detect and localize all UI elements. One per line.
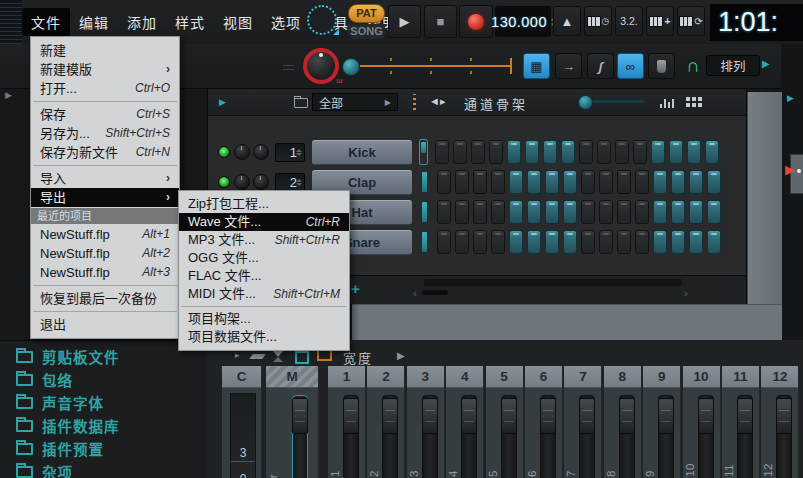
step-cell-3[interactable] <box>471 140 485 164</box>
step-cell-5[interactable] <box>509 230 523 254</box>
menubar-item-5[interactable]: 选项 <box>262 8 310 36</box>
menu-item[interactable]: 新建 <box>31 41 179 60</box>
channel-name-button[interactable]: Kick <box>312 140 412 165</box>
mixer-track-3[interactable]: 3Insert 3 <box>407 366 445 478</box>
menu-item[interactable]: 导入› <box>31 169 179 188</box>
fader-cap[interactable] <box>776 398 792 434</box>
step-cell-15[interactable] <box>687 140 701 164</box>
step-cell-7[interactable] <box>545 230 559 254</box>
menu-item[interactable]: OGG 文件... <box>179 249 349 267</box>
snap-magnet-icon[interactable]: ∩ <box>686 55 700 77</box>
step-cell-8[interactable] <box>561 140 575 164</box>
step-cell-8[interactable] <box>563 200 577 224</box>
step-cell-9[interactable] <box>581 200 595 224</box>
menu-item[interactable]: 另存为...Shift+Ctrl+S <box>31 124 179 143</box>
master-fader-track[interactable] <box>292 395 308 478</box>
play-button[interactable]: ▶ <box>388 5 421 38</box>
track-fader[interactable] <box>776 395 792 478</box>
slide-notes-button[interactable]: ʃ <box>587 53 614 79</box>
step-cell-15[interactable] <box>689 170 703 194</box>
fader-cap[interactable] <box>343 398 359 434</box>
channel-number[interactable]: 1 <box>275 143 305 162</box>
menu-item[interactable]: 项目数据文件... <box>179 328 349 346</box>
fader-cap[interactable] <box>540 398 556 434</box>
fader-cap[interactable] <box>698 398 714 434</box>
playlist-marker-icon[interactable]: ▶ <box>785 162 795 177</box>
menubar-item-3[interactable]: 样式 <box>166 8 214 36</box>
arrangement-dropdown-arrow[interactable]: ▶ <box>762 58 770 69</box>
step-cell-2[interactable] <box>455 170 469 194</box>
master-volume-knob[interactable] <box>303 48 339 84</box>
step-cell-11[interactable] <box>617 200 631 224</box>
menu-item[interactable]: 项目构架... <box>179 310 349 328</box>
track-fader[interactable] <box>737 395 753 478</box>
step-cell-11[interactable] <box>617 170 631 194</box>
track-fader[interactable] <box>698 395 714 478</box>
kebab-menu-icon[interactable] <box>413 94 416 110</box>
step-cell-5[interactable] <box>507 140 521 164</box>
vertical-scrollbar[interactable] <box>747 92 782 340</box>
step-cell-15[interactable] <box>689 200 703 224</box>
track-fader[interactable] <box>540 395 556 478</box>
volume-knob[interactable] <box>253 144 269 160</box>
fader-cap[interactable] <box>461 398 477 434</box>
step-cell-2[interactable] <box>455 200 469 224</box>
mixer-track-10[interactable]: 10Insert 10 <box>683 366 721 478</box>
collapse-arrow-icon[interactable]: ▶ <box>219 97 226 107</box>
step-cell-8[interactable] <box>563 170 577 194</box>
swing-slider[interactable] <box>580 100 644 103</box>
browser-item-1[interactable]: 包络 <box>0 368 207 391</box>
step-cell-7[interactable] <box>543 140 557 164</box>
mixer-arrow-icon[interactable]: ▸ <box>235 350 240 360</box>
step-cell-16[interactable] <box>707 170 721 194</box>
fader-cap[interactable] <box>658 398 674 434</box>
add-channel-button[interactable]: + <box>351 280 360 297</box>
track-fader[interactable] <box>382 395 398 478</box>
countdown-button[interactable]: 3.2. <box>615 6 643 36</box>
scroll-right-arrow[interactable]: › <box>684 287 688 299</box>
step-cell-13[interactable] <box>651 140 665 164</box>
step-cell-12[interactable] <box>635 170 649 194</box>
fader-cap[interactable] <box>422 398 438 434</box>
step-cell-1[interactable] <box>437 230 451 254</box>
channel-number[interactable]: 2 <box>275 173 305 192</box>
track-fader[interactable] <box>619 395 635 478</box>
typing-keyboard-button[interactable]: + <box>646 6 674 36</box>
browser-item-5[interactable]: 杂项 <box>0 460 207 478</box>
step-cell-1[interactable] <box>435 140 449 164</box>
width-dropdown-arrow[interactable]: ▶ <box>397 350 405 361</box>
fader-cap[interactable] <box>382 398 398 434</box>
browser-item-2[interactable]: 声音字体 <box>0 391 207 414</box>
menu-item[interactable]: 打开...Ctrl+O <box>31 79 179 98</box>
channel-select-indicator[interactable] <box>419 198 430 226</box>
channel-led[interactable] <box>218 146 230 158</box>
slider-knob[interactable] <box>578 95 593 110</box>
pan-knob[interactable] <box>234 144 250 160</box>
channel-select-indicator[interactable] <box>419 168 430 196</box>
step-cell-14[interactable] <box>671 170 685 194</box>
step-cell-4[interactable] <box>491 230 505 254</box>
select-tool-icon[interactable] <box>295 351 309 364</box>
plugin-pot-button[interactable] <box>648 53 675 79</box>
browser-item-4[interactable]: 插件预置 <box>0 437 207 460</box>
step-advance-button[interactable]: → <box>555 53 582 79</box>
channel-rack-titlebar[interactable]: ▶ 全部 ▶ ◄▸ 通道骨架 <box>208 89 746 116</box>
step-cell-14[interactable] <box>669 140 683 164</box>
folder-icon[interactable] <box>294 98 308 108</box>
current-track-column[interactable]: C 3036 <box>222 366 262 478</box>
channel-led[interactable] <box>218 176 230 188</box>
link-button[interactable]: ∞ <box>617 53 644 79</box>
pan-knob[interactable] <box>234 174 250 190</box>
menu-item[interactable]: MP3 文件...Shift+Ctrl+R <box>179 231 349 249</box>
panel-expand-arrow[interactable]: ▶ <box>787 93 794 103</box>
step-cell-9[interactable] <box>579 140 593 164</box>
menu-item[interactable]: 保存Ctrl+S <box>31 105 179 124</box>
scroll-left-arrow[interactable]: ‹ <box>413 287 417 299</box>
step-cell-10[interactable] <box>597 140 611 164</box>
step-cell-15[interactable] <box>689 230 703 254</box>
master-pitch-knob[interactable] <box>342 58 360 76</box>
step-cell-2[interactable] <box>453 140 467 164</box>
mixer-track-7[interactable]: 7Insert 7 <box>564 366 602 478</box>
menu-item[interactable]: NewStuff.flpAlt+3 <box>31 263 179 282</box>
pitch-slider-line[interactable] <box>360 65 512 67</box>
